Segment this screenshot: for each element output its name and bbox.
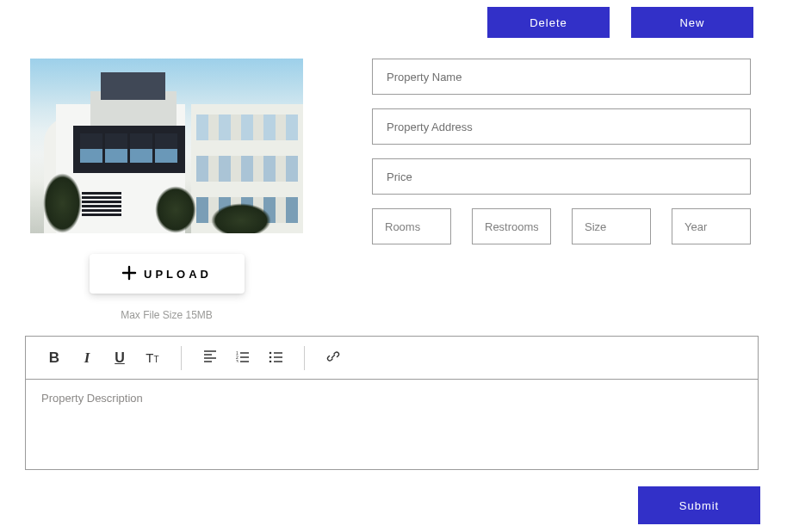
bold-icon: B: [49, 350, 59, 367]
new-button[interactable]: New: [631, 7, 753, 38]
toolbar-divider: [181, 346, 182, 370]
svg-point-4: [269, 356, 272, 359]
toolbar-divider: [304, 346, 305, 370]
editor-toolbar: B I U TT 123: [26, 337, 758, 380]
description-textarea[interactable]: Property Description: [26, 380, 758, 469]
details-row: [372, 208, 751, 244]
upload-button-label: UPLOAD: [144, 268, 212, 281]
submit-button[interactable]: Submit: [638, 486, 760, 524]
bullet-list-button[interactable]: [261, 343, 290, 373]
svg-text:3: 3: [236, 359, 239, 362]
align-left-icon: [203, 350, 217, 365]
top-action-bar: Delete New: [487, 7, 753, 38]
italic-icon: I: [84, 350, 90, 367]
property-name-input[interactable]: [372, 59, 751, 95]
underline-button[interactable]: U: [105, 343, 134, 373]
delete-button[interactable]: Delete: [487, 7, 610, 38]
property-image-preview: [30, 59, 303, 233]
svg-point-3: [269, 352, 272, 355]
align-button[interactable]: [195, 343, 225, 373]
description-editor: B I U TT 123: [25, 336, 759, 470]
link-icon: [326, 350, 340, 366]
image-upload-section: UPLOAD Max File Size 15MB: [30, 59, 303, 321]
file-size-hint: Max File Size 15MB: [30, 309, 303, 321]
bullet-list-icon: [269, 350, 282, 365]
upload-button[interactable]: UPLOAD: [90, 254, 245, 294]
numbered-list-icon: 123: [236, 350, 250, 365]
svg-point-5: [269, 361, 272, 362]
text-size-icon: TT: [146, 350, 158, 365]
bold-button[interactable]: B: [40, 343, 69, 373]
underline-icon: U: [115, 350, 125, 366]
rooms-input[interactable]: [372, 208, 451, 244]
property-form: [372, 59, 751, 244]
price-input[interactable]: [372, 158, 751, 195]
property-address-input[interactable]: [372, 108, 751, 145]
text-style-button[interactable]: TT: [138, 343, 167, 373]
numbered-list-button[interactable]: 123: [228, 343, 257, 373]
year-input[interactable]: [672, 208, 751, 244]
restrooms-input[interactable]: [472, 208, 551, 244]
size-input[interactable]: [572, 208, 651, 244]
link-button[interactable]: [319, 343, 348, 373]
plus-icon: [121, 265, 139, 283]
italic-button[interactable]: I: [72, 343, 102, 373]
